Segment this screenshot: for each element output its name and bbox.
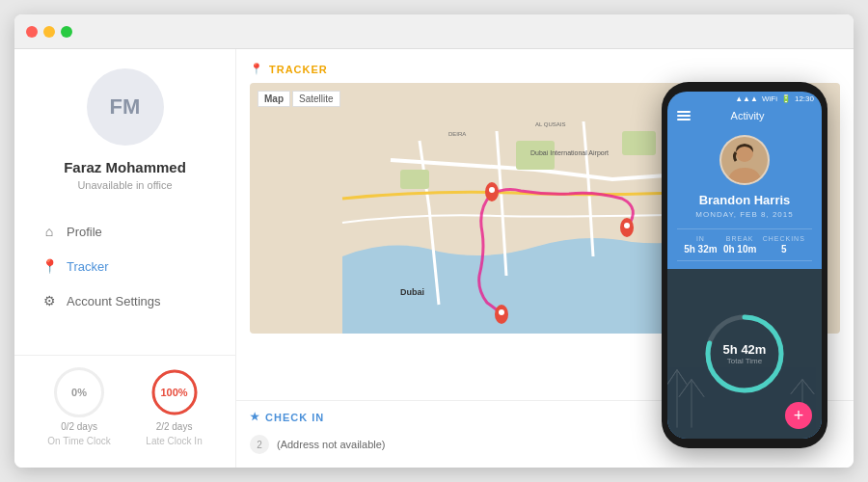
time-ring: 5h 42m Total Time	[701, 310, 788, 397]
on-time-progress: 0% 0/2 days On Time Clock	[47, 367, 111, 446]
map-controls: Map Satellite	[258, 91, 340, 107]
phone-header: Activity	[667, 106, 822, 127]
browser-content: FM Faraz Mohammed Unavailable in office …	[14, 49, 854, 468]
phone-stats: IN 5h 32m BREAK 0h 10m CHECKINS 5	[677, 228, 812, 261]
nav-list: ⌂ Profile 📍 Tracker ⚙ Account Settings	[14, 214, 235, 318]
phone-stat-in: IN 5h 32m	[684, 235, 717, 254]
hamburger-menu[interactable]	[677, 111, 691, 120]
svg-text:Dubai International Airport: Dubai International Airport	[530, 149, 609, 157]
svg-point-13	[624, 223, 630, 228]
clock: 12:30	[795, 94, 814, 103]
phone-stat-checkins: CHECKINS 5	[763, 235, 805, 254]
gear-icon: ⚙	[41, 293, 57, 308]
svg-text:AL QUSAIS: AL QUSAIS	[535, 121, 565, 127]
checkin-icon: ★	[250, 411, 260, 423]
main-wrapper: 📍 TRACKER Map Satellite	[236, 49, 854, 468]
home-icon: ⌂	[41, 224, 57, 239]
phone-user-name: Brandon Harris	[699, 193, 791, 207]
svg-text:DEIRA: DEIRA	[448, 131, 466, 137]
phone-wrapper: ▲▲▲ WiFi 🔋 12:30 Activ	[662, 82, 840, 468]
checkin-number: 2	[250, 435, 269, 454]
total-time-label: Total Time	[723, 357, 767, 365]
browser-chrome	[14, 14, 854, 49]
time-ring-label: 5h 42m Total Time	[723, 342, 767, 365]
fab-button[interactable]: +	[785, 402, 812, 429]
phone-date: MONDAY, FEB 8, 2015	[695, 210, 793, 219]
sidebar-item-profile[interactable]: ⌂ Profile	[14, 214, 235, 249]
phone: ▲▲▲ WiFi 🔋 12:30 Activ	[662, 82, 827, 448]
minimize-button[interactable]	[43, 26, 55, 38]
maximize-button[interactable]	[61, 26, 72, 38]
total-time-value: 5h 42m	[723, 342, 767, 357]
checkin-address: (Address not available)	[277, 439, 386, 450]
avatar: FM	[87, 68, 164, 146]
phone-bottom: 5h 42m Total Time +	[667, 269, 822, 439]
user-status: Unavailable in office	[77, 179, 172, 191]
tracker-icon: 📍	[41, 258, 57, 274]
svg-point-11	[489, 187, 495, 193]
signal-icon: ▲▲▲	[735, 94, 758, 103]
tracker-pin-icon: 📍	[250, 63, 264, 75]
wifi-icon: WiFi	[762, 94, 777, 103]
phone-screen: ▲▲▲ WiFi 🔋 12:30 Activ	[667, 92, 822, 439]
late-clock-progress: 100% 2/2 days Late Clock In	[146, 367, 202, 446]
map-button[interactable]: Map	[258, 91, 290, 107]
svg-point-15	[499, 309, 504, 315]
sidebar-item-tracker[interactable]: 📍 Tracker	[14, 249, 235, 283]
satellite-button[interactable]: Satellite	[292, 91, 340, 107]
svg-text:Dubai: Dubai	[400, 287, 424, 297]
phone-stat-break: BREAK 0h 10m	[723, 235, 756, 254]
activity-title: Activity	[696, 110, 799, 121]
late-clock-circle: 100%	[149, 367, 200, 417]
svg-rect-4	[622, 131, 656, 155]
phone-status-bar: ▲▲▲ WiFi 🔋 12:30	[667, 92, 822, 106]
progress-section: 0% 0/2 days On Time Clock 100% 2/2 days …	[14, 355, 235, 458]
on-time-circle: 0%	[54, 367, 104, 417]
sidebar-item-account-settings[interactable]: ⚙ Account Settings	[14, 283, 235, 318]
browser-window: FM Faraz Mohammed Unavailable in office …	[14, 14, 854, 468]
svg-rect-5	[400, 170, 429, 189]
close-button[interactable]	[26, 26, 38, 38]
sidebar: FM Faraz Mohammed Unavailable in office …	[14, 49, 236, 468]
phone-avatar	[719, 135, 770, 185]
user-name: Faraz Mohammed	[64, 159, 186, 175]
phone-profile: Brandon Harris MONDAY, FEB 8, 2015 IN 5h…	[667, 127, 822, 269]
battery-icon: 🔋	[781, 94, 791, 103]
tracker-label: 📍 TRACKER	[250, 63, 840, 75]
